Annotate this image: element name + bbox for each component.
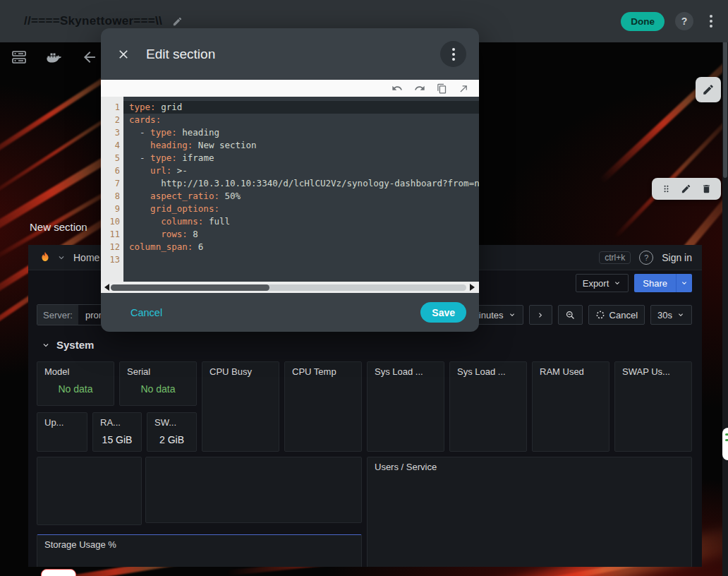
share-caret[interactable] — [676, 274, 692, 292]
chevron-down-icon — [677, 311, 685, 319]
chevron-down-icon — [41, 340, 51, 350]
line-number: 11 — [101, 228, 123, 241]
panel-title[interactable]: Storage Usage % — [44, 539, 354, 550]
code-line: - type: heading — [129, 126, 479, 139]
panel-title[interactable]: CPU Busy — [210, 366, 272, 377]
dialog-title: Edit section — [146, 47, 215, 62]
open-fullscreen-icon[interactable] — [459, 83, 469, 94]
chevron-down-icon[interactable] — [56, 253, 66, 263]
pencil-icon — [702, 83, 715, 96]
time-shift-forward-button[interactable] — [529, 305, 552, 325]
chevron-down-icon — [508, 311, 516, 319]
scroll-left-arrow[interactable] — [104, 284, 109, 291]
tab-back-arrow-icon[interactable] — [80, 48, 99, 66]
share-button[interactable]: Share — [634, 274, 692, 292]
edit-card-pencil-icon[interactable] — [681, 184, 691, 194]
grafana-logo-icon[interactable] — [38, 251, 52, 265]
spinner-icon — [595, 310, 605, 320]
line-number: 1 — [101, 101, 123, 114]
dashboard-title: //====Skynettower===\\ — [24, 14, 162, 28]
grafana-panel — [37, 457, 142, 525]
delete-card-trash-icon[interactable] — [701, 184, 712, 194]
clipped-widget-right[interactable] — [722, 428, 728, 460]
panel-title[interactable]: Sys Load ... — [375, 366, 437, 377]
drag-handle-icon[interactable] — [661, 184, 672, 194]
sign-in-button[interactable]: Sign in — [662, 252, 692, 263]
edit-title-icon[interactable] — [172, 16, 183, 27]
edit-section-button[interactable] — [696, 77, 721, 102]
line-number: 10 — [101, 215, 123, 228]
panel-title[interactable]: CPU Temp — [292, 366, 354, 377]
grafana-panel: Serial No data — [119, 361, 197, 406]
help-button[interactable]: ? — [675, 12, 693, 30]
grafana-panel: Users / Service — [367, 457, 692, 567]
line-number: 9 — [101, 203, 123, 215]
overflow-menu-button[interactable] — [704, 15, 718, 28]
grafana-panel: Model No data — [37, 361, 114, 406]
grafana-panel: RA... 15 GiB — [92, 412, 142, 452]
panel-value: 15 GiB — [100, 434, 134, 445]
refresh-cancel-button[interactable]: Cancel — [588, 305, 645, 325]
code-line: heading: New section — [129, 139, 479, 152]
code-line: cards: — [129, 114, 479, 126]
panel-title[interactable]: RAM Used — [540, 366, 602, 377]
panel-title[interactable]: Serial — [127, 366, 189, 377]
clipped-widget-bottom[interactable] — [41, 569, 76, 576]
grafana-help-icon[interactable]: ? — [639, 251, 653, 265]
panel-title[interactable]: RA... — [100, 417, 134, 428]
code-line: - type: iframe — [129, 152, 479, 164]
tab-server-rack-icon[interactable] — [10, 48, 28, 66]
redo-icon[interactable] — [414, 83, 425, 94]
yaml-editor-input[interactable]: type: grid cards: - type: heading headin… — [123, 97, 479, 282]
panel-value: 2 GiB — [154, 434, 189, 445]
row-toggle-system[interactable]: System — [41, 339, 94, 351]
panel-title[interactable]: SWAP Us... — [622, 366, 684, 377]
line-number: 12 — [101, 241, 123, 253]
copy-icon[interactable] — [437, 83, 447, 94]
code-line: rows: 8 — [129, 228, 479, 241]
chevron-right-icon — [536, 311, 545, 320]
tab-docker-icon[interactable] — [45, 48, 63, 66]
editor-gutter: 1 2 3 4 5 6 7 8 9 10 11 12 13 — [101, 97, 123, 282]
close-icon[interactable] — [116, 47, 131, 61]
code-line: column_span: 6 — [129, 241, 479, 253]
breadcrumb-home[interactable]: Home — [73, 252, 99, 263]
screen: Home ctrl+k ? Sign in Export Share — [0, 0, 728, 576]
line-number: 13 — [101, 253, 123, 266]
chevron-down-icon — [613, 279, 621, 287]
grafana-panel: SWAP Us... — [614, 361, 692, 452]
line-number: 5 — [101, 152, 123, 164]
card-edit-toolbar — [652, 178, 721, 200]
scrollbar-track[interactable] — [111, 284, 466, 291]
refresh-interval-select[interactable]: 30s — [650, 305, 692, 325]
cancel-button[interactable]: Cancel — [126, 306, 166, 319]
scroll-right-arrow[interactable] — [470, 284, 475, 291]
done-button[interactable]: Done — [621, 12, 665, 31]
yaml-editor-body: 1 2 3 4 5 6 7 8 9 10 11 12 13 type: grid… — [101, 97, 479, 282]
editor-horizontal-scrollbar[interactable] — [101, 282, 479, 293]
export-button[interactable]: Export — [576, 274, 629, 292]
grafana-panel: CPU Busy — [202, 361, 279, 452]
grafana-panel: CPU Temp — [284, 361, 362, 452]
panel-title[interactable]: Users / Service — [375, 462, 684, 472]
panel-title[interactable]: SW... — [154, 417, 189, 428]
code-line: type: grid — [129, 101, 479, 114]
dialog-menu-button[interactable] — [440, 41, 466, 67]
section-heading: New section — [30, 221, 87, 233]
panel-title[interactable]: Model — [44, 366, 107, 377]
zoom-out-icon — [565, 310, 576, 320]
undo-icon[interactable] — [392, 83, 403, 94]
line-number: 7 — [101, 177, 123, 190]
page-scrollbar-thumb[interactable] — [723, 37, 727, 178]
panel-title[interactable]: Up... — [44, 417, 80, 428]
save-button[interactable]: Save — [420, 302, 466, 323]
line-number: 3 — [101, 126, 123, 139]
editor-toolbar — [101, 80, 479, 97]
code-line: url: >- — [129, 164, 479, 177]
zoom-out-button[interactable] — [558, 305, 583, 325]
page-scrollbar[interactable] — [722, 0, 728, 576]
scrollbar-thumb[interactable] — [111, 284, 269, 291]
line-number: 6 — [101, 164, 123, 177]
search-shortcut-badge[interactable]: ctrl+k — [599, 251, 631, 264]
panel-title[interactable]: Sys Load ... — [457, 366, 519, 377]
